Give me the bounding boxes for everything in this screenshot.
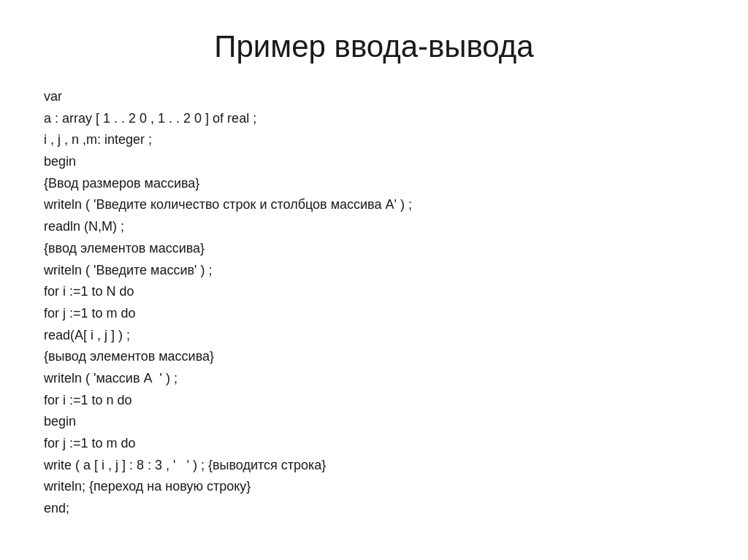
- code-line: writeln ( 'Введите массив' ) ;: [44, 260, 704, 282]
- code-line: i , j , n ,m: integer ;: [44, 129, 704, 151]
- code-line: writeln ( 'массив А ' ) ;: [44, 368, 704, 390]
- code-line: for i :=1 to N do: [44, 281, 704, 303]
- code-line: writeln; {переход на новую строку}: [44, 476, 704, 498]
- code-line: readln (N,M) ;: [44, 216, 704, 238]
- code-line: end;: [44, 498, 704, 520]
- code-line: {Ввод размеров массива}: [44, 173, 704, 195]
- code-line: {ввод элементов массива}: [44, 238, 704, 260]
- code-line: begin: [44, 151, 704, 173]
- code-line: var: [44, 86, 704, 108]
- code-line: read(A[ i , j ] ) ;: [44, 325, 704, 347]
- code-line: for j :=1 to m do: [44, 433, 704, 455]
- code-line: write ( a [ i , j ] : 8 : 3 , ' ' ) ; {в…: [44, 455, 704, 477]
- code-block: vara : array [ 1 . . 2 0 , 1 . . 2 0 ] o…: [44, 86, 704, 520]
- code-line: begin: [44, 411, 704, 433]
- code-line: for j :=1 to m do: [44, 303, 704, 325]
- code-line: {вывод элементов массива}: [44, 346, 704, 368]
- code-line: a : array [ 1 . . 2 0 , 1 . . 2 0 ] of r…: [44, 108, 704, 130]
- code-line: writeln ( 'Введите количество строк и ст…: [44, 194, 704, 216]
- code-line: for i :=1 to n do: [44, 390, 704, 412]
- page-title: Пример ввода-вывода: [44, 29, 704, 64]
